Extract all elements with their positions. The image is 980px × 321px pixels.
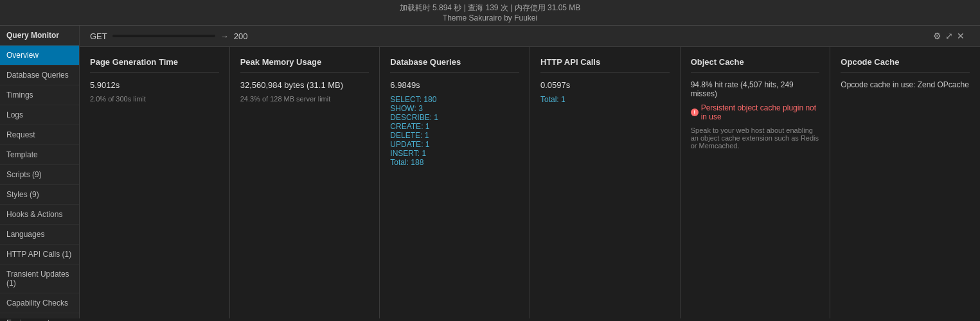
opcode-cache-value: Opcode cache in use: Zend OPcache: [841, 80, 970, 89]
db-query-item[interactable]: SHOW: 3: [390, 104, 519, 113]
settings-icon[interactable]: ⚙: [933, 31, 941, 41]
sidebar-item-transient-updates[interactable]: Transient Updates (1): [0, 265, 79, 293]
db-query-item[interactable]: UPDATE: 1: [390, 140, 519, 149]
page-generation-value: 5.9012s: [90, 80, 219, 90]
status-text: 加载耗时 5.894 秒 | 查海 139 次 | 内存使用 31.05 MB: [0, 3, 980, 13]
request-status: 200: [234, 31, 248, 41]
db-query-item[interactable]: CREATE: 1: [390, 122, 519, 131]
peak-memory-value: 32,560,984 bytes (31.1 MB): [240, 80, 370, 90]
close-icon[interactable]: ✕: [957, 31, 965, 41]
page-generation-sub: 2.0% of 300s limit: [90, 95, 219, 103]
sidebar-item-http-api-calls[interactable]: HTTP API Calls (1): [0, 245, 79, 265]
peak-memory-title: Peak Memory Usage: [240, 57, 370, 73]
http-api-value: 0.0597s: [540, 80, 670, 90]
content-area: GET → 200 ⚙ ⤢ ✕ Page Generation Time 5.9…: [80, 26, 980, 318]
request-arrow: →: [220, 31, 229, 41]
database-queries-title: Database Queries: [390, 57, 519, 73]
object-cache-description: Speak to your web host about enabling an…: [691, 126, 820, 150]
main-wrapper: Query Monitor OverviewDatabase QueriesTi…: [0, 26, 980, 318]
sidebar-item-scripts[interactable]: Scripts (9): [0, 165, 79, 185]
window-controls: ⚙ ⤢ ✕: [933, 31, 970, 41]
top-bar: 加载耗时 5.894 秒 | 查海 139 次 | 内存使用 31.05 MB …: [0, 0, 980, 26]
opcode-cache-panel: Opcode Cache Opcode cache in use: Zend O…: [830, 47, 980, 318]
db-query-item[interactable]: Total: 188: [390, 158, 519, 167]
stats-area: Page Generation Time 5.9012s 2.0% of 300…: [80, 47, 980, 318]
http-api-panel: HTTP API Calls 0.0597s Total: 1: [530, 47, 681, 318]
object-cache-error: ! Persistent object cache plugin not in …: [691, 103, 820, 121]
sidebar-item-request[interactable]: Request: [0, 125, 79, 145]
peak-memory-panel: Peak Memory Usage 32,560,984 bytes (31.1…: [230, 47, 380, 318]
peak-memory-sub: 24.3% of 128 MB server limit: [240, 95, 370, 103]
sidebar-item-logs[interactable]: Logs: [0, 105, 79, 125]
http-api-total[interactable]: Total: 1: [540, 95, 670, 104]
sidebar-item-hooks-actions[interactable]: Hooks & Actions: [0, 205, 79, 225]
database-queries-value: 6.9849s: [390, 80, 519, 90]
sidebar-item-timings[interactable]: Timings: [0, 85, 79, 105]
db-query-item[interactable]: INSERT: 1: [390, 149, 519, 158]
object-cache-title: Object Cache: [691, 57, 820, 73]
sidebar-item-database-queries[interactable]: Database Queries: [0, 65, 79, 85]
request-url: [112, 35, 215, 37]
sidebar-item-environment[interactable]: Environment: [0, 313, 79, 321]
object-cache-panel: Object Cache 94.8% hit rate (4,507 hits,…: [681, 47, 831, 318]
sidebar-item-capability-checks[interactable]: Capability Checks: [0, 293, 79, 313]
sidebar: Query Monitor OverviewDatabase QueriesTi…: [0, 26, 80, 318]
sidebar-item-styles[interactable]: Styles (9): [0, 185, 79, 205]
request-method: GET: [90, 31, 107, 41]
database-queries-panel: Database Queries 6.9849s SELECT: 180SHOW…: [380, 47, 530, 318]
expand-icon[interactable]: ⤢: [945, 31, 953, 41]
object-cache-hit-rate: 94.8% hit rate (4,507 hits, 249 misses): [691, 80, 820, 98]
http-api-title: HTTP API Calls: [540, 57, 670, 73]
sidebar-header: Query Monitor: [0, 26, 79, 46]
error-dot-icon: !: [691, 108, 699, 116]
db-query-item[interactable]: DELETE: 1: [390, 131, 519, 140]
theme-text: Theme Sakurairo by Fuukei: [0, 13, 980, 22]
object-cache-error-label: Persistent object cache plugin not in us…: [701, 103, 820, 121]
opcode-cache-title: Opcode Cache: [841, 57, 970, 73]
db-query-item[interactable]: SELECT: 180: [390, 95, 519, 104]
sidebar-item-template[interactable]: Template: [0, 145, 79, 165]
sidebar-item-overview[interactable]: Overview: [0, 46, 79, 65]
page-generation-panel: Page Generation Time 5.9012s 2.0% of 300…: [80, 47, 230, 318]
page-generation-title: Page Generation Time: [90, 57, 219, 73]
db-query-item[interactable]: DESCRIBE: 1: [390, 113, 519, 122]
sidebar-item-languages[interactable]: Languages: [0, 225, 79, 245]
request-bar: GET → 200 ⚙ ⤢ ✕: [80, 26, 980, 47]
